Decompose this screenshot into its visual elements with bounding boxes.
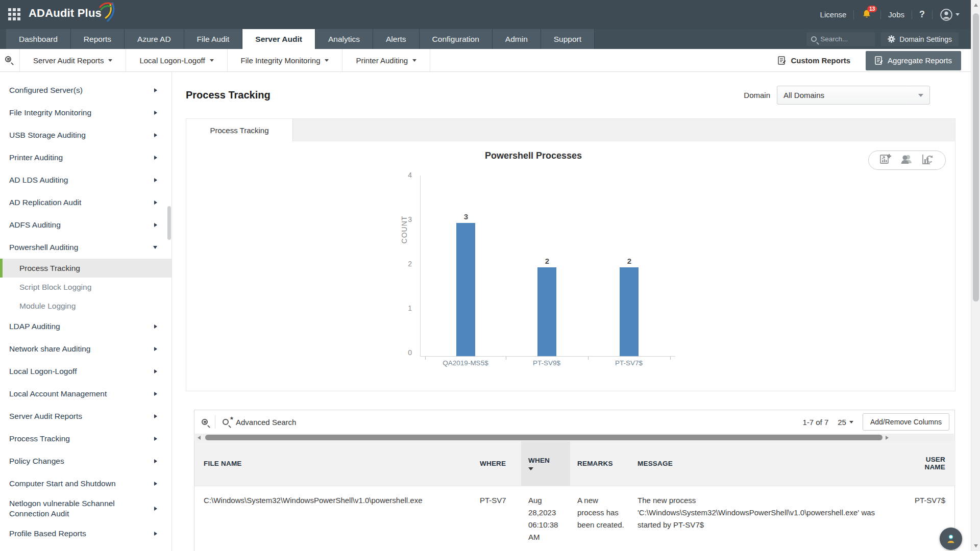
menu-server-audit-reports[interactable]: Server Audit Reports xyxy=(20,49,126,71)
tab-process-tracking[interactable]: Process Tracking xyxy=(186,119,293,141)
scroll-down-arrow[interactable] xyxy=(974,544,978,547)
cell-when: Aug 28,2023 06:10:38 AM xyxy=(521,486,570,543)
domain-settings-button[interactable]: Domain Settings xyxy=(881,32,959,46)
sidebar-item-local-account-management[interactable]: Local Account Management xyxy=(0,383,172,405)
notification-count-badge: 13 xyxy=(867,6,877,12)
chevron-right-icon xyxy=(154,507,157,511)
sidebar-item-server-audit-reports[interactable]: Server Audit Reports xyxy=(0,405,172,428)
tab-alerts[interactable]: Alerts xyxy=(373,29,420,49)
export-chart-icon[interactable] xyxy=(879,153,892,167)
aggregate-reports-button[interactable]: Aggregate Reports xyxy=(866,51,961,70)
sidebar-item-computer-start-and-shutdown[interactable]: Computer Start and Shutdown xyxy=(0,472,172,495)
vertical-scrollbar[interactable] xyxy=(971,0,980,551)
col-header-user-name[interactable]: USER NAME xyxy=(886,441,955,486)
add-remove-columns-button[interactable]: Add/Remove Columns xyxy=(863,413,949,431)
tab-azure-ad[interactable]: Azure AD xyxy=(125,29,184,49)
tab-analytics[interactable]: Analytics xyxy=(315,29,373,49)
tab-admin[interactable]: Admin xyxy=(493,29,541,49)
help-icon[interactable]: ? xyxy=(919,9,925,20)
sidebar-item-usb-storage-auditing[interactable]: USB Storage Auditing xyxy=(0,124,172,146)
app-logo: ADAudit Plus xyxy=(29,7,102,20)
sidebar-item-policy-changes[interactable]: Policy Changes xyxy=(0,450,172,472)
tab-configuration[interactable]: Configuration xyxy=(420,29,493,49)
sidebar-item-netlogon-vulnerable-schannel[interactable]: Netlogon vulnerable Schannel Connection … xyxy=(0,495,172,522)
table-row[interactable]: C:\Windows\System32\WindowsPowerShell\v1… xyxy=(194,486,955,543)
bar-pt-sv7[interactable] xyxy=(620,267,639,356)
col-header-where[interactable]: WHERE xyxy=(473,441,521,486)
tab-file-audit[interactable]: File Audit xyxy=(184,29,243,49)
sidebar-item-profile-based-reports[interactable]: Profile Based Reports xyxy=(0,522,172,545)
app-grid-icon[interactable] xyxy=(8,8,21,21)
column-search-icon[interactable] xyxy=(202,419,208,425)
bar-value-label: 2 xyxy=(614,257,645,265)
jobs-link[interactable]: Jobs xyxy=(888,10,904,19)
sidebar-item-ldap-auditing[interactable]: LDAP Auditing xyxy=(0,315,172,338)
x-category-label: PT-SV7$ xyxy=(591,359,667,367)
sidebar-item-script-block-logging[interactable]: Script Block Logging xyxy=(0,278,172,296)
chevron-right-icon xyxy=(154,133,157,137)
sidebar-scrollbar-thumb[interactable] xyxy=(167,206,171,240)
vertical-scrollbar-thumb[interactable] xyxy=(973,13,979,302)
menu-file-integrity-monitoring[interactable]: File Integrity Monitoring xyxy=(228,49,342,71)
chevron-down-icon xyxy=(210,59,214,62)
advanced-search-icon[interactable]: * xyxy=(223,419,229,425)
chevron-right-icon xyxy=(154,532,157,536)
col-header-message[interactable]: MESSAGE xyxy=(630,441,886,486)
custom-reports-button[interactable]: Custom Reports xyxy=(778,56,850,65)
chart-title: Powershell Processes xyxy=(421,151,646,161)
top-header-bar: ADAudit Plus License 13 Jobs ? xyxy=(0,0,971,29)
domain-label: Domain xyxy=(744,91,770,99)
main-nav-bar: Dashboard Reports Azure AD File Audit Se… xyxy=(0,29,971,49)
user-menu[interactable] xyxy=(940,8,960,21)
tab-reports[interactable]: Reports xyxy=(71,29,125,49)
chart-refresh-icon[interactable] xyxy=(921,153,935,167)
sidebar-item-process-tracking-group[interactable]: Process Tracking xyxy=(0,428,172,450)
sidebar-item-adfs-auditing[interactable]: ADFS Auditing xyxy=(0,214,172,236)
search-input[interactable] xyxy=(820,35,866,43)
horizontal-scrollbar-thumb[interactable] xyxy=(205,435,883,440)
tab-server-audit[interactable]: Server Audit xyxy=(242,29,315,49)
global-search[interactable] xyxy=(806,32,875,46)
scroll-up-arrow[interactable] xyxy=(974,4,978,7)
chevron-down-icon xyxy=(412,59,416,62)
sidebar-item-module-logging[interactable]: Module Logging xyxy=(0,296,172,315)
menu-printer-auditing[interactable]: Printer Auditing xyxy=(342,49,430,71)
col-header-file-name[interactable]: FILE NAME xyxy=(194,441,473,486)
tab-dashboard[interactable]: Dashboard xyxy=(6,29,71,49)
users-icon[interactable] xyxy=(899,153,914,167)
user-avatar-icon xyxy=(940,8,953,21)
scroll-right-arrow[interactable] xyxy=(886,436,889,440)
chevron-right-icon xyxy=(154,201,157,205)
sidebar-item-network-share-auditing[interactable]: Network share Auditing xyxy=(0,338,172,360)
sidebar-item-local-logon-logoff[interactable]: Local Logon-Logoff xyxy=(0,360,172,383)
bar-pt-sv9[interactable] xyxy=(537,267,556,356)
advanced-search-label[interactable]: Advanced Search xyxy=(236,418,296,427)
menu-local-logon-logoff[interactable]: Local Logon-Logoff xyxy=(126,49,227,71)
col-header-when[interactable]: WHEN xyxy=(521,441,570,486)
chevron-down-icon xyxy=(153,246,157,249)
sidebar-item-configured-servers[interactable]: Configured Server(s) xyxy=(0,79,172,102)
chevron-down-icon xyxy=(325,59,329,62)
report-search-icon[interactable] xyxy=(5,56,13,64)
horizontal-scrollbar[interactable] xyxy=(195,434,954,441)
chevron-right-icon xyxy=(154,223,157,227)
page-size-select[interactable]: 25 xyxy=(838,418,853,427)
bar-qa2019-ms5[interactable] xyxy=(456,223,475,356)
sidebar-item-printer-auditing[interactable]: Printer Auditing xyxy=(0,146,172,169)
sidebar-item-file-integrity-monitoring[interactable]: File Integrity Monitoring xyxy=(0,102,172,124)
sidebar-item-process-tracking[interactable]: Process Tracking xyxy=(0,259,172,278)
search-icon xyxy=(811,36,817,42)
divider xyxy=(912,10,912,19)
sidebar-item-ad-lds-auditing[interactable]: AD LDS Auditing xyxy=(0,169,172,191)
scroll-left-arrow[interactable] xyxy=(198,436,201,440)
license-link[interactable]: License xyxy=(820,10,847,19)
col-header-remarks[interactable]: REMARKS xyxy=(570,441,630,486)
y-tick: 2 xyxy=(402,260,412,268)
sidebar-item-powershell-auditing[interactable]: Powershell Auditing xyxy=(0,236,172,259)
tab-support[interactable]: Support xyxy=(541,29,595,49)
sort-descending-icon xyxy=(528,467,533,470)
support-chat-button[interactable] xyxy=(940,528,962,550)
notifications-bell-icon[interactable]: 13 xyxy=(861,9,873,21)
domain-select[interactable]: All Domains xyxy=(777,86,930,105)
sidebar-item-ad-replication-audit[interactable]: AD Replication Audit xyxy=(0,191,172,214)
